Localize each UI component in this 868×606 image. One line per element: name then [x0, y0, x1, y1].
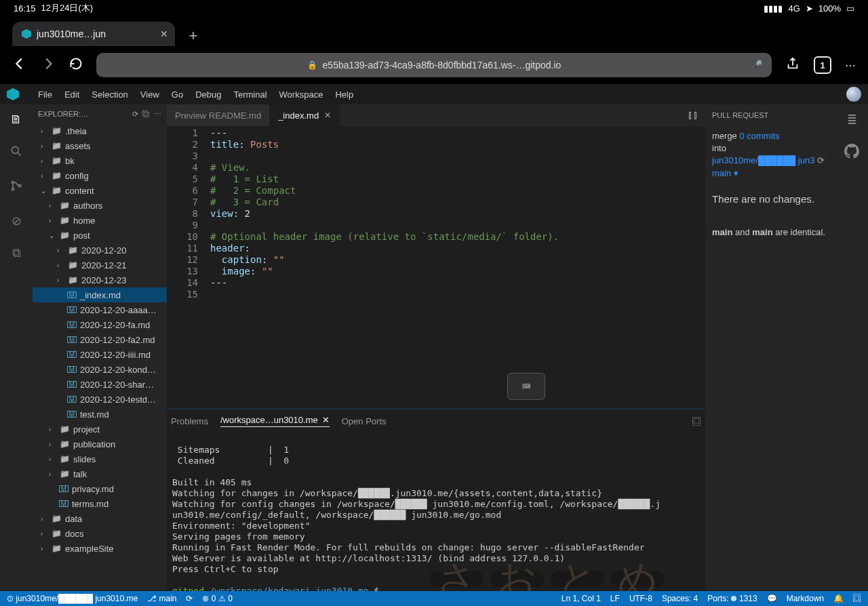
status-eol[interactable]: LF	[610, 594, 620, 603]
svg-point-4	[18, 184, 20, 186]
file-terms.md[interactable]: Mterms.md	[33, 496, 167, 511]
tab-open-ports[interactable]: Open Ports	[342, 416, 387, 426]
lock-icon: 🔒	[307, 60, 317, 70]
split-editor-icon[interactable]: ⫿⫿	[681, 104, 705, 126]
menu-go[interactable]: Go	[172, 89, 183, 100]
menu-help[interactable]: Help	[335, 89, 353, 100]
gitpod-logo-icon[interactable]	[7, 88, 19, 100]
signal-icon: ▮▮▮▮	[764, 3, 783, 14]
reload-button[interactable]	[69, 57, 83, 73]
status-cursor[interactable]: Ln 1, Col 1	[561, 594, 601, 603]
file-2020-12-20-fa2.md[interactable]: M2020-12-20-fa2.md	[33, 332, 167, 347]
menu-edit[interactable]: Edit	[64, 89, 79, 100]
status-layout-icon[interactable]: ⿴	[853, 594, 861, 603]
terminal[interactable]: Sitemaps | 1 Cleaned | 0 Built in 405 ms…	[167, 432, 705, 591]
status-ports[interactable]: Ports: 1313	[707, 594, 757, 603]
commits-link[interactable]: 0 commits	[739, 131, 779, 141]
folder-content[interactable]: ⌄content	[33, 183, 167, 198]
status-bar: ⊙ jun3010me/██████ jun3010.me ⎇ main ⟳ ⊗…	[0, 591, 868, 606]
refresh-icon[interactable]: ⟳	[132, 110, 138, 119]
share-icon[interactable]	[785, 56, 800, 74]
folder-2020-12-21[interactable]: ›2020-12-21	[33, 258, 167, 272]
extensions-icon[interactable]: ⧉	[12, 246, 21, 260]
explorer-icon[interactable]: 🗎	[10, 113, 22, 127]
menu-debug[interactable]: Debug	[195, 89, 221, 100]
file-2020-12-20-testd…[interactable]: M2020-12-20-testd…	[33, 392, 167, 407]
tab-problems[interactable]: Problems	[171, 416, 208, 426]
folder-bk[interactable]: ›bk	[33, 153, 167, 168]
folder-exampleSite[interactable]: ›exampleSite	[33, 541, 167, 556]
browser-tabs: jun3010me…jun ✕ +	[0, 16, 868, 46]
folder-slides[interactable]: ›slides	[33, 451, 167, 466]
tab-title: jun3010me…jun	[37, 28, 106, 39]
menu-terminal[interactable]: Terminal	[233, 89, 267, 100]
file-test.md[interactable]: Mtest.md	[33, 407, 167, 422]
status-bell-icon[interactable]: 🔔	[833, 594, 844, 603]
mic-icon[interactable]: 🎤	[751, 60, 762, 70]
folder-assets[interactable]: ›assets	[33, 138, 167, 153]
search-icon[interactable]	[9, 144, 23, 161]
panel-layout-icon[interactable]: ⿴	[692, 416, 701, 426]
status-sync-icon[interactable]: ⟳	[186, 594, 193, 603]
svg-point-3	[12, 188, 14, 190]
folder-data[interactable]: ›data	[33, 511, 167, 526]
keyboard-button[interactable]: ⌨	[507, 373, 545, 400]
code-editor[interactable]: 1 2 3 4 5 6 7 8 9 10 11 12 13 14 15 --- …	[167, 126, 705, 408]
more-icon[interactable]: ⋯	[154, 110, 161, 119]
close-icon[interactable]: ✕	[322, 415, 330, 425]
menu-selection[interactable]: Selection	[92, 89, 127, 100]
folder-docs[interactable]: ›docs	[33, 526, 167, 541]
browser-tab[interactable]: jun3010me…jun ✕	[12, 22, 175, 46]
explorer-title: EXPLORER:…	[38, 110, 88, 118]
folder-project[interactable]: ›project	[33, 422, 167, 437]
folder-authors[interactable]: ›authors	[33, 198, 167, 213]
pr-branch[interactable]: main ▾	[712, 168, 738, 178]
pr-repo-link[interactable]: jun3010me/██████ jun3	[712, 155, 814, 165]
file-2020-12-20-kond…[interactable]: M2020-12-20-kond…	[33, 362, 167, 377]
status-lang[interactable]: Markdown	[787, 594, 824, 603]
status-spaces[interactable]: Spaces: 4	[662, 594, 698, 603]
address-bar[interactable]: 🔒 e55ba139-ad73-4ca9-a8fb-8d0fbbd17a61.w…	[96, 53, 772, 77]
folder-publication[interactable]: ›publication	[33, 437, 167, 451]
folder-.theia[interactable]: ›.theia	[33, 123, 167, 138]
folder-2020-12-23[interactable]: ›2020-12-23	[33, 272, 167, 287]
more-icon[interactable]: ⋯	[845, 59, 856, 72]
list-icon[interactable]: ≣	[847, 113, 857, 127]
file-2020-12-20-shar…[interactable]: M2020-12-20-shar…	[33, 377, 167, 392]
status-branch[interactable]: ⎇ main	[147, 594, 176, 603]
ios-date: 12月24日(木)	[41, 2, 94, 14]
avatar[interactable]	[846, 87, 861, 102]
file-privacy.md[interactable]: Mprivacy.md	[33, 481, 167, 496]
status-errors[interactable]: ⊗ 0 ⚠ 0	[202, 594, 232, 603]
back-button[interactable]	[12, 56, 27, 74]
collapse-icon[interactable]: ⿻	[142, 110, 150, 118]
folder-config[interactable]: ›config	[33, 168, 167, 183]
new-tab-button[interactable]: +	[183, 26, 203, 46]
editor-tab[interactable]: _index.md✕	[270, 104, 340, 126]
github-icon[interactable]	[844, 144, 859, 162]
status-encoding[interactable]: UTF-8	[629, 594, 652, 603]
activity-bar: 🗎 ⊘ ⧉	[0, 104, 33, 591]
editor-tab[interactable]: Preview README.md	[167, 104, 270, 126]
file-tree[interactable]: ›.theia›assets›bk›config⌄content›authors…	[33, 123, 167, 591]
scm-icon[interactable]	[9, 179, 23, 196]
menu-workspace[interactable]: Workspace	[279, 89, 323, 100]
tab-count[interactable]: 1	[814, 56, 831, 74]
tab-terminal[interactable]: /workspace…un3010.me ✕	[220, 415, 330, 427]
menu-view[interactable]: View	[140, 89, 159, 100]
file-_index.md[interactable]: M_index.md	[33, 287, 167, 302]
close-tab-icon[interactable]: ✕	[160, 28, 168, 39]
close-icon[interactable]: ✕	[324, 110, 331, 120]
folder-home[interactable]: ›home	[33, 213, 167, 228]
file-2020-12-20-iiii.md[interactable]: M2020-12-20-iiii.md	[33, 347, 167, 362]
folder-post[interactable]: ⌄post	[33, 228, 167, 243]
file-2020-12-20-fa.md[interactable]: M2020-12-20-fa.md	[33, 317, 167, 332]
status-repo[interactable]: ⊙ jun3010me/██████ jun3010.me	[7, 594, 138, 603]
folder-2020-12-20[interactable]: ›2020-12-20	[33, 243, 167, 258]
debug-icon[interactable]: ⊘	[12, 214, 22, 228]
file-2020-12-20-aaaa…[interactable]: M2020-12-20-aaaa…	[33, 302, 167, 317]
menu-file[interactable]: File	[38, 89, 52, 100]
status-feedback-icon[interactable]: 💬	[767, 594, 777, 603]
pr-refresh-icon[interactable]: ⟳	[817, 155, 825, 165]
folder-talk[interactable]: ›talk	[33, 466, 167, 481]
